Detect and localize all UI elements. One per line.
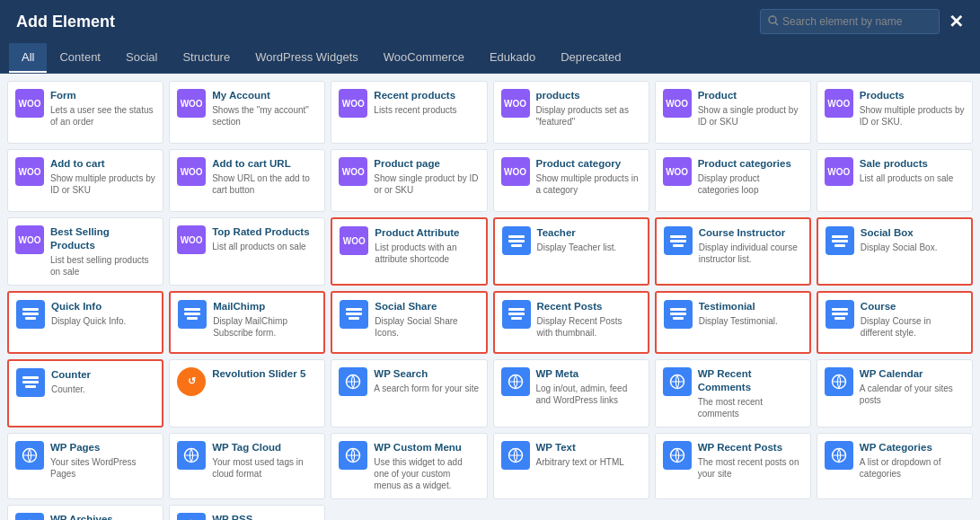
tab-structure[interactable]: Structure xyxy=(170,43,243,73)
wp-icon xyxy=(15,513,44,520)
element-card-top_rated[interactable]: WOO Top Rated Products List all products… xyxy=(169,217,325,286)
element-card-single_product[interactable]: WOO Product Show a single product by ID … xyxy=(655,81,811,144)
card-text-product_category: Product category Show multiple products … xyxy=(536,157,641,196)
card-text-wp_recent_comments: WP Recent Comments The most recent comme… xyxy=(698,367,803,419)
card-title-teacher: Teacher xyxy=(537,226,640,240)
tab-content[interactable]: Content xyxy=(47,43,113,73)
card-title-featured_products: products xyxy=(536,89,641,102)
element-card-wp_rss[interactable]: WP RSS Entries from any RSS or Atom feed xyxy=(169,505,325,520)
card-desc-product_categories: Display product categories loop xyxy=(698,172,803,196)
card-desc-social_box: Display Social Box. xyxy=(861,242,964,253)
element-card-form[interactable]: WOO Form Lets a user see the status of a… xyxy=(7,81,163,144)
card-text-counter: Counter Counter. xyxy=(51,368,155,395)
element-card-wp_tag_cloud[interactable]: WP Tag Cloud Your most used tags in clou… xyxy=(169,433,325,499)
card-desc-wp_tag_cloud: Your most used tags in cloud format xyxy=(212,456,317,480)
card-title-wp_text: WP Text xyxy=(536,441,641,454)
card-title-revolution_slider: Revolution Slider 5 xyxy=(212,367,317,381)
wp-icon xyxy=(825,441,853,470)
element-card-wp_pages[interactable]: WP Pages Your sites WordPress Pages xyxy=(7,433,163,499)
woo-icon: WOO xyxy=(825,89,853,118)
card-title-sale_products: Sale products xyxy=(860,157,965,171)
search-box[interactable] xyxy=(760,9,940,34)
card-text-my_account: My Account Shows the "my account" sectio… xyxy=(212,89,317,128)
wp-icon xyxy=(825,367,853,396)
card-desc-wp_search: A search form for your site xyxy=(374,383,479,394)
wp-icon xyxy=(663,367,692,396)
element-card-course_instructor[interactable]: Course Instructor Display individual cou… xyxy=(655,217,811,286)
element-grid: WOO Form Lets a user see the status of a… xyxy=(7,81,973,520)
wp-icon xyxy=(501,441,530,470)
element-card-wp_recent_comments[interactable]: WP Recent Comments The most recent comme… xyxy=(655,359,811,427)
wp-icon xyxy=(339,367,367,396)
element-card-my_account[interactable]: WOO My Account Shows the "my account" se… xyxy=(169,81,325,144)
tab-deprecated[interactable]: Deprecated xyxy=(548,43,633,73)
element-card-featured_products[interactable]: WOO products Display products set as "fe… xyxy=(493,81,649,144)
tab-wordpress-widgets[interactable]: WordPress Widgets xyxy=(243,43,371,73)
element-card-wp_calendar[interactable]: WP Calendar A calendar of your sites pos… xyxy=(817,359,973,427)
search-input[interactable] xyxy=(782,15,926,28)
woo-icon: WOO xyxy=(825,157,853,186)
card-title-course: Course xyxy=(861,300,964,313)
element-card-wp_text[interactable]: WP Text Arbitrary text or HTML xyxy=(493,433,649,499)
close-button[interactable]: ✕ xyxy=(949,11,964,32)
card-title-course_instructor: Course Instructor xyxy=(699,226,802,240)
card-text-wp_pages: WP Pages Your sites WordPress Pages xyxy=(50,441,155,480)
element-card-teacher[interactable]: Teacher Display Teacher list. xyxy=(493,217,649,286)
element-card-wp_categories[interactable]: WP Categories A list or dropdown of cate… xyxy=(817,433,973,499)
element-card-wp_custom_menu[interactable]: WP Custom Menu Use this widget to add on… xyxy=(331,433,487,499)
edu-icon xyxy=(825,226,854,255)
element-card-sale_products[interactable]: WOO Sale products List all products on s… xyxy=(817,149,973,212)
tab-woocommerce[interactable]: WooCommerce xyxy=(371,43,477,73)
woo-icon: WOO xyxy=(15,89,44,118)
element-card-counter[interactable]: Counter Counter. xyxy=(7,359,163,427)
card-desc-recent_posts: Display Recent Posts with thumbnail. xyxy=(537,315,640,339)
element-card-testimonial[interactable]: Testimonial Display Testimonial. xyxy=(655,291,811,354)
card-title-wp_meta: WP Meta xyxy=(536,367,641,381)
card-desc-product_category: Show multiple products in a category xyxy=(536,172,641,196)
card-text-wp_archives: WP Archives A monthly archive of your si… xyxy=(50,513,155,520)
card-text-wp_calendar: WP Calendar A calendar of your sites pos… xyxy=(860,367,965,406)
element-card-add_to_cart[interactable]: WOO Add to cart Show multiple products b… xyxy=(7,149,163,212)
element-card-products[interactable]: WOO Products Show multiple products by I… xyxy=(817,81,973,144)
element-card-course[interactable]: Course Display Course in different style… xyxy=(817,291,973,354)
add-element-modal: Add Element ✕ All Content Social Structu… xyxy=(0,0,980,520)
element-card-wp_search[interactable]: WP Search A search form for your site xyxy=(331,359,487,427)
tab-social[interactable]: Social xyxy=(113,43,170,73)
element-card-product_categories[interactable]: WOO Product categories Display product c… xyxy=(655,149,811,212)
wp-icon xyxy=(177,441,206,470)
element-card-product_attribute[interactable]: WOO Product Attribute List products with… xyxy=(331,217,487,286)
element-card-add_to_cart_url[interactable]: WOO Add to cart URL Show URL on the add … xyxy=(169,149,325,212)
tab-all[interactable]: All xyxy=(9,43,47,73)
edu-icon xyxy=(825,300,854,329)
woo-icon: WOO xyxy=(15,157,44,186)
card-desc-counter: Counter. xyxy=(51,383,155,395)
card-desc-mailchimp: Display MailChimp Subscribe form. xyxy=(213,315,316,339)
element-card-wp_archives[interactable]: WP Archives A monthly archive of your si… xyxy=(7,505,163,520)
card-desc-single_product: Show a single product by ID or SKU xyxy=(698,104,803,128)
element-card-recent_products[interactable]: WOO Recent products Lists recent product… xyxy=(331,81,487,144)
card-desc-add_to_cart_url: Show URL on the add to cart button xyxy=(212,172,317,196)
edu-icon xyxy=(664,300,693,329)
card-title-mailchimp: MailChimp xyxy=(213,300,316,313)
element-card-wp_meta[interactable]: WP Meta Log in/out, admin, feed and Word… xyxy=(493,359,649,427)
card-title-product_category: Product category xyxy=(536,157,641,171)
element-card-revolution_slider[interactable]: ↺ Revolution Slider 5 xyxy=(169,359,325,427)
element-card-best_selling[interactable]: WOO Best Selling Products List best sell… xyxy=(7,217,163,286)
element-card-quick_info[interactable]: Quick Info Display Quick Info. xyxy=(7,291,163,354)
card-text-product_attribute: Product Attribute List products with an … xyxy=(375,226,478,265)
element-card-social_box[interactable]: Social Box Display Social Box. xyxy=(817,217,973,286)
element-card-mailchimp[interactable]: MailChimp Display MailChimp Subscribe fo… xyxy=(169,291,325,354)
card-title-best_selling: Best Selling Products xyxy=(50,225,155,252)
card-desc-wp_text: Arbitrary text or HTML xyxy=(536,456,641,468)
element-card-wp_recent_posts[interactable]: WP Recent Posts The most recent posts on… xyxy=(655,433,811,499)
element-card-product_page[interactable]: WOO Product page Show single product by … xyxy=(331,149,487,212)
element-card-product_category[interactable]: WOO Product category Show multiple produ… xyxy=(493,149,649,212)
tab-edukado[interactable]: Edukado xyxy=(477,43,548,73)
card-text-wp_recent_posts: WP Recent Posts The most recent posts on… xyxy=(698,441,803,480)
element-card-social_share[interactable]: Social Share Display Social Share Icons. xyxy=(331,291,487,354)
card-text-wp_custom_menu: WP Custom Menu Use this widget to add on… xyxy=(374,441,479,491)
card-title-quick_info: Quick Info xyxy=(51,300,155,313)
element-card-recent_posts[interactable]: Recent Posts Display Recent Posts with t… xyxy=(493,291,649,354)
card-desc-wp_custom_menu: Use this widget to add one of your custo… xyxy=(374,456,479,491)
woo-icon: WOO xyxy=(340,226,368,255)
